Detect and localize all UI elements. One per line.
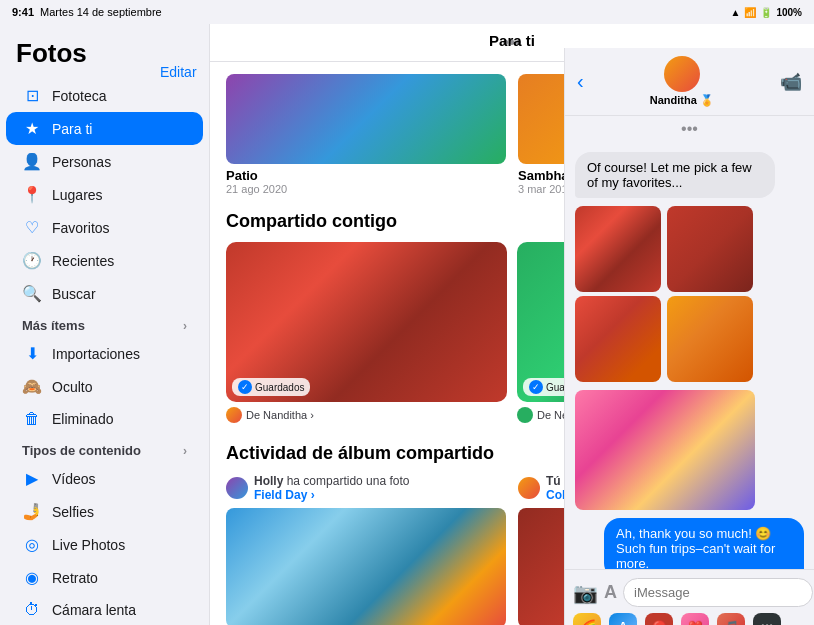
patio-image bbox=[226, 74, 506, 164]
msg-photo-3[interactable] bbox=[575, 296, 661, 382]
apps-input-icon[interactable]: A bbox=[604, 582, 617, 603]
sidebar-label-live: Live Photos bbox=[52, 537, 125, 553]
msg-photo-2[interactable] bbox=[667, 206, 753, 292]
sidebar-item-lugares[interactable]: 📍 Lugares bbox=[6, 178, 203, 211]
msg-app-photos[interactable]: 🌈 bbox=[573, 613, 601, 625]
messages-header: ‹ Nanditha 🏅 📹 bbox=[565, 48, 814, 116]
sidebar-label-oculto: Oculto bbox=[52, 379, 92, 395]
video-call-button[interactable]: 📹 bbox=[780, 71, 802, 93]
sidebar-item-recientes[interactable]: 🕐 Recientes bbox=[6, 244, 203, 277]
signal-icon: ▲ bbox=[731, 7, 741, 18]
person-icon: 👤 bbox=[22, 152, 42, 171]
msg-text-2: Ah, thank you so much! 😊 Such fun trips–… bbox=[616, 526, 775, 569]
message-input[interactable] bbox=[623, 578, 813, 607]
patio-label: Patio bbox=[226, 168, 506, 183]
sidebar-label-retrato: Retrato bbox=[52, 570, 98, 586]
peppers-badge-label: Guardados bbox=[255, 382, 304, 393]
sidebar-item-videos[interactable]: ▶ Vídeos bbox=[6, 462, 203, 495]
trash-icon: 🗑 bbox=[22, 410, 42, 428]
msg-incoming-1: Of course! Let me pick a few of my favor… bbox=[575, 152, 775, 198]
import-icon: ⬇ bbox=[22, 344, 42, 363]
msg-photo-grid bbox=[575, 206, 755, 382]
sidebar-label-recientes: Recientes bbox=[52, 253, 114, 269]
sidebar-item-buscar[interactable]: 🔍 Buscar bbox=[6, 277, 203, 310]
sidebar-item-personas[interactable]: 👤 Personas bbox=[6, 145, 203, 178]
contact-avatar bbox=[664, 56, 700, 92]
sidebar-item-selfies[interactable]: 🤳 Selfies bbox=[6, 495, 203, 528]
msg-text-1: Of course! Let me pick a few of my favor… bbox=[587, 160, 752, 190]
sidebar-label-eliminado: Eliminado bbox=[52, 411, 113, 427]
more-icon: ••• bbox=[761, 620, 774, 625]
sidebar-item-oculto[interactable]: 🙈 Oculto bbox=[6, 370, 203, 403]
msg-app-music[interactable]: 🎵 bbox=[717, 613, 745, 625]
holly-header: Holly ha compartido una foto Field Day › bbox=[226, 474, 506, 502]
sidebar-item-camara-lenta[interactable]: ⏱ Cámara lenta bbox=[6, 594, 203, 625]
status-bar-right: ▲ 📶 🔋 100% bbox=[731, 7, 802, 18]
status-time: 9:41 bbox=[12, 6, 34, 18]
holly-action: ha compartido una foto bbox=[287, 474, 410, 488]
holly-avatar bbox=[226, 477, 248, 499]
sidebar-label-importaciones: Importaciones bbox=[52, 346, 140, 362]
sidebar-label-camara: Cámara lenta bbox=[52, 602, 136, 618]
sidebar-item-para-ti[interactable]: ★ Para ti bbox=[6, 112, 203, 145]
portrait-icon: ◉ bbox=[22, 568, 42, 587]
sidebar-label-personas: Personas bbox=[52, 154, 111, 170]
mas-items-section-header[interactable]: Más ítems › bbox=[6, 310, 203, 337]
sidebar-item-eliminado[interactable]: 🗑 Eliminado bbox=[6, 403, 203, 435]
edit-button[interactable]: Editar bbox=[160, 64, 197, 80]
mas-items-label: Más ítems bbox=[22, 318, 85, 333]
tipos-chevron: › bbox=[183, 444, 187, 458]
tu-name: Tú bbox=[546, 474, 561, 488]
messages-overlay: ‹ Nanditha 🏅 📹 ••• Of course! Let me pic… bbox=[564, 48, 814, 625]
sender-avatar bbox=[226, 407, 242, 423]
sender-avatar-neil bbox=[517, 407, 533, 423]
top-photo-patio[interactable]: Patio 21 ago 2020 bbox=[226, 74, 506, 195]
sidebar-item-live-photos[interactable]: ◎ Live Photos bbox=[6, 528, 203, 561]
peppers-sender-name: De Nanditha › bbox=[246, 409, 314, 421]
tu-avatar bbox=[518, 477, 540, 499]
msg-tram-photo[interactable] bbox=[575, 390, 755, 510]
status-bar: 9:41 Martes 14 de septiembre ▲ 📶 🔋 100% bbox=[0, 0, 814, 24]
main-container: Fotos Editar ⊡ Fototeca ★ Para ti 👤 Pers… bbox=[0, 24, 814, 625]
red-icon: 🔴 bbox=[652, 620, 667, 625]
holly-album[interactable]: Field Day › bbox=[254, 488, 315, 502]
peppers-badge: ✓ Guardados bbox=[232, 378, 310, 396]
sidebar-item-retrato[interactable]: ◉ Retrato bbox=[6, 561, 203, 594]
messages-body: Of course! Let me pick a few of my favor… bbox=[565, 142, 814, 569]
shared-item-peppers[interactable]: ✓ Guardados De Nanditha › bbox=[226, 242, 507, 423]
mas-items-chevron: › bbox=[183, 319, 187, 333]
sidebar-item-importaciones[interactable]: ⬇ Importaciones bbox=[6, 337, 203, 370]
msg-app-more[interactable]: ••• bbox=[753, 613, 781, 625]
live-icon: ◎ bbox=[22, 535, 42, 554]
camera-input-icon[interactable]: 📷 bbox=[573, 581, 598, 605]
sidebar-label-videos: Vídeos bbox=[52, 471, 96, 487]
heart-icon: ♡ bbox=[22, 218, 42, 237]
battery-icon: 🔋 bbox=[760, 7, 772, 18]
sidebar-label-para-ti: Para ti bbox=[52, 121, 92, 137]
msg-tram-photo-container bbox=[575, 390, 755, 510]
eye-slash-icon: 🙈 bbox=[22, 377, 42, 396]
messages-input-area: 📷 A 🔊 🌈 A 🔴 ❤️ 🎵 bbox=[565, 569, 814, 625]
holly-photo[interactable] bbox=[226, 508, 506, 625]
msg-app-red[interactable]: 🔴 bbox=[645, 613, 673, 625]
back-button[interactable]: ‹ bbox=[577, 70, 584, 93]
msg-shared-photos bbox=[575, 206, 755, 382]
selfie-icon: 🤳 bbox=[22, 502, 42, 521]
contact-info: Nanditha 🏅 bbox=[650, 56, 714, 107]
map-icon: 📍 bbox=[22, 185, 42, 204]
tipos-contenido-header[interactable]: Tipos de contenido › bbox=[6, 435, 203, 462]
sidebar-item-favoritos[interactable]: ♡ Favoritos bbox=[6, 211, 203, 244]
contact-name: Nanditha 🏅 bbox=[650, 94, 714, 107]
check-icon: ✓ bbox=[238, 380, 252, 394]
msg-photo-4[interactable] bbox=[667, 296, 753, 382]
search-icon: 🔍 bbox=[22, 284, 42, 303]
sidebar-item-biblioteca[interactable]: ⊡ Fototeca bbox=[6, 79, 203, 112]
video-icon: ▶ bbox=[22, 469, 42, 488]
msg-app-heart[interactable]: ❤️ bbox=[681, 613, 709, 625]
music-icon: 🎵 bbox=[724, 620, 739, 625]
msg-app-store[interactable]: A bbox=[609, 613, 637, 625]
activity-user-holly: Holly ha compartido una foto Field Day › bbox=[226, 474, 506, 625]
tipos-contenido-label: Tipos de contenido bbox=[22, 443, 141, 458]
wifi-icon: 📶 bbox=[744, 7, 756, 18]
msg-photo-1[interactable] bbox=[575, 206, 661, 292]
